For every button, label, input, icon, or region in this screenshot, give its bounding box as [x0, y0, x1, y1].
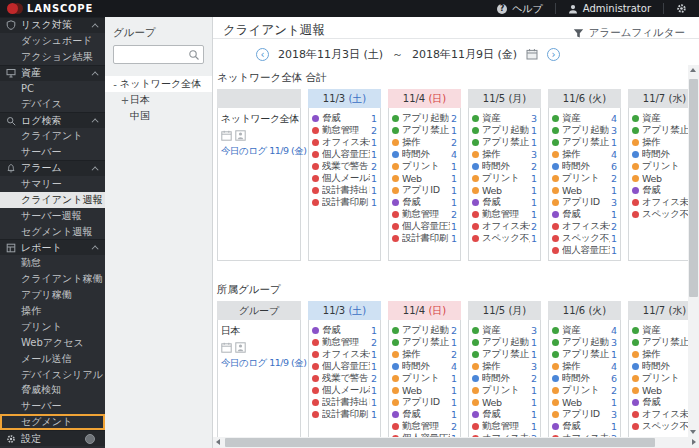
alarm-count-link[interactable]: 1: [531, 209, 537, 220]
sidebar-item[interactable]: セグメント: [0, 414, 105, 430]
alarm-count-link[interactable]: 2: [531, 221, 537, 232]
alarm-count-link[interactable]: 1: [371, 149, 377, 160]
alarm-count-link[interactable]: 2: [371, 125, 377, 136]
alarm-count-link[interactable]: 4: [451, 149, 457, 160]
alarm-count-link[interactable]: 1: [531, 397, 537, 408]
sidebar-section-report[interactable]: レポート: [0, 239, 105, 255]
sidebar-item[interactable]: クライアント週報: [0, 192, 105, 208]
alarm-count-link[interactable]: 1: [451, 397, 457, 408]
alarm-count-link[interactable]: 4: [611, 113, 617, 124]
alarm-count-link[interactable]: 1: [371, 197, 377, 208]
alarm-count-link[interactable]: 1: [371, 361, 377, 372]
alarm-count-link[interactable]: 1: [611, 397, 617, 408]
horizontal-scroll-thumb[interactable]: [225, 438, 655, 447]
sidebar-item[interactable]: デバイス: [0, 96, 105, 112]
sidebar-item[interactable]: サマリー: [0, 176, 105, 192]
alarm-count-link[interactable]: 4: [611, 149, 617, 160]
calendar-icon[interactable]: [221, 342, 232, 353]
alarm-count-link[interactable]: 1: [611, 233, 617, 244]
alarm-count-link[interactable]: 2: [451, 113, 457, 124]
alarm-count-link[interactable]: 2: [451, 325, 457, 336]
alarm-count-link[interactable]: 1: [611, 209, 617, 220]
sidebar-item[interactable]: サーバー: [0, 144, 105, 160]
alarm-count-link[interactable]: 1: [371, 409, 377, 420]
alarm-count-link[interactable]: 1: [531, 197, 537, 208]
alarm-count-link[interactable]: 3: [611, 125, 617, 136]
tree-node[interactable]: 中国: [105, 108, 212, 124]
sidebar-item[interactable]: プリント: [0, 319, 105, 335]
sidebar-section-log-search[interactable]: ログ検索: [0, 112, 105, 128]
sidebar-item[interactable]: セグメント週報: [0, 224, 105, 240]
alarm-count-link[interactable]: 1: [531, 137, 537, 148]
user-icon[interactable]: [235, 342, 246, 353]
expand-icon[interactable]: +: [120, 95, 130, 106]
alarm-count-link[interactable]: 2: [611, 221, 617, 232]
calendar-picker-button[interactable]: [526, 48, 538, 60]
sidebar-section-asset[interactable]: 資産: [0, 65, 105, 81]
alarm-count-link[interactable]: 3: [531, 361, 537, 372]
alarm-count-link[interactable]: 1: [531, 125, 537, 136]
sidebar-section-alarm[interactable]: アラーム: [0, 160, 105, 176]
alarm-count-link[interactable]: 1: [611, 349, 617, 360]
alarm-count-link[interactable]: 1: [611, 137, 617, 148]
scroll-up-icon[interactable]: [690, 68, 696, 72]
sidebar-item[interactable]: サーバー: [0, 398, 105, 414]
alarm-filter-button[interactable]: アラームフィルター: [573, 26, 685, 40]
help-button[interactable]: ? ヘルプ: [485, 0, 555, 17]
alarm-count-link[interactable]: 1: [451, 409, 457, 420]
alarm-count-link[interactable]: 2: [531, 373, 537, 384]
alarm-count-link[interactable]: 3: [611, 197, 617, 208]
alarm-count-link[interactable]: 2: [371, 337, 377, 348]
sidebar-section-risk[interactable]: リスク対策: [0, 17, 105, 33]
scroll-down-icon[interactable]: [690, 430, 696, 434]
sidebar-section-settings[interactable]: 設定: [0, 430, 105, 446]
sidebar-item[interactable]: Webアクセス: [0, 335, 105, 351]
alarm-count-link[interactable]: 1: [611, 245, 617, 256]
next-week-icon[interactable]: ›: [547, 48, 560, 61]
alarm-count-link[interactable]: 1: [531, 421, 537, 432]
alarm-count-link[interactable]: 1: [451, 185, 457, 196]
sidebar-item[interactable]: アクション結果: [0, 49, 105, 65]
alarm-count-link[interactable]: 1: [371, 385, 377, 396]
alarm-count-link[interactable]: 1: [451, 173, 457, 184]
alarm-count-link[interactable]: 1: [531, 173, 537, 184]
collapse-icon[interactable]: -: [110, 79, 120, 90]
horizontal-scrollbar[interactable]: [213, 437, 699, 448]
alarm-count-link[interactable]: 1: [371, 113, 377, 124]
alarm-count-link[interactable]: 1: [451, 385, 457, 396]
sidebar-item[interactable]: メール送信: [0, 351, 105, 367]
alarm-count-link[interactable]: 2: [451, 209, 457, 220]
alarm-count-link[interactable]: 1: [371, 137, 377, 148]
alarm-count-link[interactable]: 3: [611, 337, 617, 348]
alarm-count-link[interactable]: 1: [451, 197, 457, 208]
alarm-count-link[interactable]: 1: [611, 185, 617, 196]
sidebar-item[interactable]: PC: [0, 81, 105, 97]
prev-week-icon[interactable]: ‹: [256, 48, 269, 61]
alarm-count-link[interactable]: 6: [611, 161, 617, 172]
today-log-link[interactable]: 今日のログ 11/9 (金): [221, 145, 297, 158]
alarm-count-link[interactable]: 2: [611, 385, 617, 396]
alarm-count-link[interactable]: 1: [531, 233, 537, 244]
sidebar-item[interactable]: 勤怠: [0, 255, 105, 271]
alarm-count-link[interactable]: 2: [531, 161, 537, 172]
alarm-count-link[interactable]: 1: [451, 373, 457, 384]
alarm-count-link[interactable]: 4: [451, 361, 457, 372]
alarm-count-link[interactable]: 1: [531, 337, 537, 348]
alarm-count-link[interactable]: 1: [451, 233, 457, 244]
alarm-count-link[interactable]: 3: [531, 149, 537, 160]
alarm-count-link[interactable]: 1: [371, 397, 377, 408]
alarm-count-link[interactable]: 4: [611, 361, 617, 372]
scroll-right-icon[interactable]: [692, 439, 696, 445]
today-log-link[interactable]: 今日のログ 11/9 (金): [221, 357, 297, 370]
alarm-count-link[interactable]: 2: [371, 161, 377, 172]
alarm-count-link[interactable]: 1: [371, 185, 377, 196]
tree-node[interactable]: -ネットワーク全体: [105, 76, 212, 92]
alarm-count-link[interactable]: 1: [371, 325, 377, 336]
vertical-scroll-thumb[interactable]: [689, 79, 698, 297]
sidebar-item[interactable]: ダッシュボード: [0, 33, 105, 49]
sidebar-item[interactable]: デバイスシリアル: [0, 367, 105, 383]
alarm-count-link[interactable]: 3: [611, 409, 617, 420]
alarm-count-link[interactable]: 1: [531, 385, 537, 396]
alarm-count-link[interactable]: 1: [531, 349, 537, 360]
alarm-count-link[interactable]: 2: [451, 349, 457, 360]
